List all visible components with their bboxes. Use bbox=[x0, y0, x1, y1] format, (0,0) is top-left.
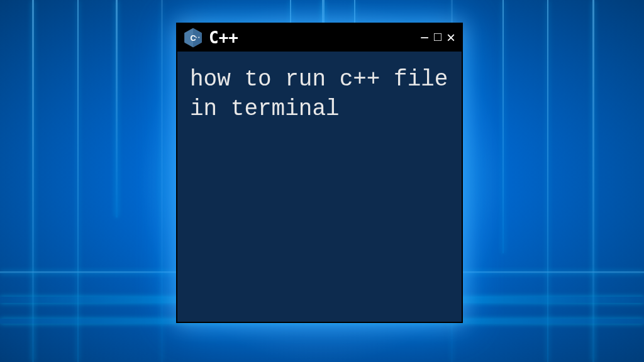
minimize-button[interactable]: − bbox=[420, 30, 429, 45]
svg-text:C: C bbox=[191, 34, 196, 43]
window-title: C++ bbox=[209, 28, 414, 47]
close-button[interactable]: × bbox=[447, 30, 455, 45]
terminal-window: C + + C++ − □ × how to run c++ file in t… bbox=[176, 23, 463, 323]
terminal-body[interactable]: how to run c++ file in terminal bbox=[177, 52, 462, 322]
title-bar[interactable]: C + + C++ − □ × bbox=[177, 24, 462, 52]
window-controls: − □ × bbox=[420, 30, 455, 45]
maximize-button[interactable]: □ bbox=[434, 30, 441, 43]
terminal-content: how to run c++ file in terminal bbox=[190, 65, 449, 124]
svg-text:+: + bbox=[198, 36, 200, 39]
svg-text:+: + bbox=[196, 36, 197, 39]
cpp-logo-icon: C + + bbox=[184, 27, 203, 48]
